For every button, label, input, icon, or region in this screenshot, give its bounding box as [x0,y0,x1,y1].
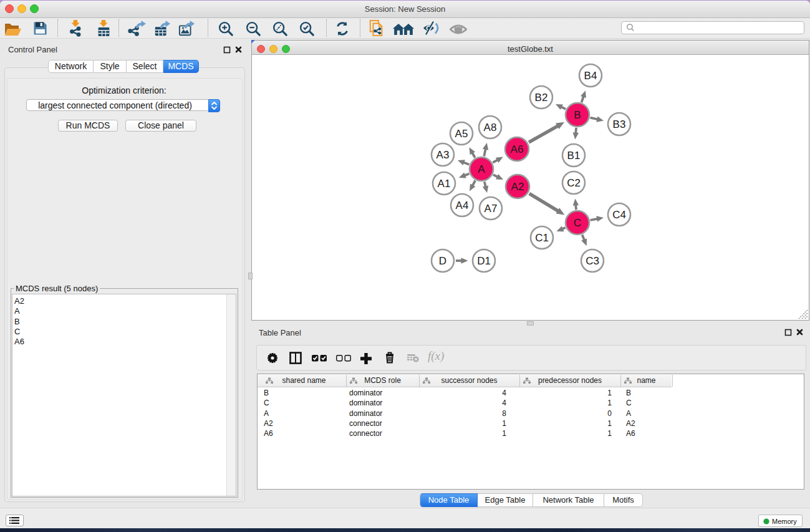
svg-text:B1: B1 [567,150,581,162]
svg-text:A8: A8 [484,122,497,133]
svg-text:D: D [439,255,446,267]
svg-text:B: B [574,109,581,121]
svg-text:C2: C2 [567,177,581,189]
svg-text:C: C [574,217,581,229]
svg-text:A2: A2 [511,181,524,193]
svg-text:A4: A4 [456,200,469,211]
svg-text:A1: A1 [438,178,451,190]
svg-text:A3: A3 [436,149,450,161]
svg-text:A7: A7 [485,203,498,215]
svg-text:D1: D1 [477,255,491,267]
svg-text:A6: A6 [511,143,524,155]
svg-text:C3: C3 [586,255,599,267]
svg-text:A5: A5 [455,128,468,140]
svg-text:B4: B4 [584,70,597,82]
svg-text:C1: C1 [535,232,549,244]
svg-text:A: A [478,163,485,175]
svg-text:B2: B2 [535,92,548,104]
svg-text:C4: C4 [612,209,626,221]
svg-text:B3: B3 [613,118,626,130]
svg-text:f(x): f(x) [428,350,444,363]
